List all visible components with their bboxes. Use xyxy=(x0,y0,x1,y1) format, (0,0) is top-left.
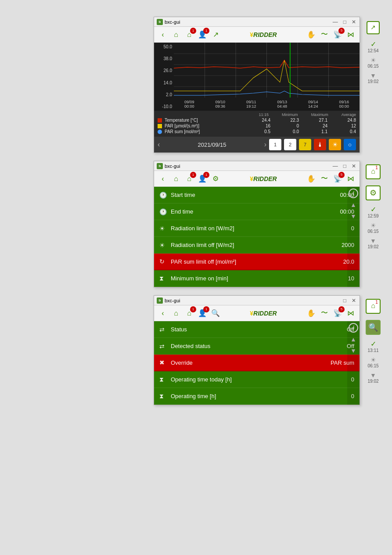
sun-time-1: 06:15 xyxy=(367,64,378,69)
date-prev-btn[interactable]: ‹ xyxy=(158,141,160,149)
parsum-current: 0.5 xyxy=(255,129,270,134)
back-icon-1[interactable]: ‹ xyxy=(158,29,168,40)
gear-icon-2[interactable]: ⚙ xyxy=(210,174,221,184)
row-end-time: 🕐 End time 00:00 xyxy=(154,203,360,220)
min-time-label: Minimum time on [min] xyxy=(169,275,348,282)
twoday-icon[interactable]: 2 xyxy=(284,139,296,150)
par-max: 24 xyxy=(312,123,327,128)
y-label-4: 2.0 xyxy=(156,92,172,97)
titlebar-1: b bxc-gui — □ ✕ xyxy=(154,17,360,27)
sun-icon[interactable]: ☀ xyxy=(329,139,341,150)
week-icon[interactable]: 7 xyxy=(299,139,311,150)
maximize-btn-3[interactable]: □ xyxy=(342,297,347,304)
sidebar-greenhouse-icon-2[interactable]: ⌂ 1 xyxy=(364,163,382,181)
row-par-limit: ↻ PAR sum limit off [mol/m²] 20.0 xyxy=(154,254,360,270)
par-current: 16 xyxy=(255,123,270,128)
clock-icon-end: 🕐 xyxy=(159,208,169,215)
window-controls-2: — □ ✕ xyxy=(332,163,357,169)
scroll-up-3[interactable]: ▲ xyxy=(349,334,358,344)
home-icon-1[interactable]: ⌂ xyxy=(171,29,181,40)
close-btn-1[interactable]: ✕ xyxy=(351,19,357,25)
minimize-btn-1[interactable]: — xyxy=(332,19,339,25)
waveform-icon-2[interactable]: 〜 xyxy=(319,174,330,184)
parsum-max: 1.1 xyxy=(312,129,327,134)
par-values: 16 0 24 12 xyxy=(255,123,356,128)
sidebar-greenhouse-icon-3[interactable]: ⌂ 1 xyxy=(364,297,382,315)
scroll-down-3[interactable]: ▼ xyxy=(349,346,358,355)
op-time-label: Operating time [h] xyxy=(169,393,351,399)
share-icon-2[interactable]: ⋈ xyxy=(345,174,356,184)
close-btn-3[interactable]: ✕ xyxy=(351,297,357,304)
search-sidebar-icon-3[interactable]: 🔍 xyxy=(364,319,382,336)
waveform-icon-3[interactable]: 〜 xyxy=(319,308,330,319)
chart-window: b bxc-gui — □ ✕ ‹ ⌂ ⌂ 1 xyxy=(154,17,360,153)
sun-time-3: 06:15 xyxy=(367,363,378,368)
data-table-1: 11:15 Minimum Maximum Average Temperatur… xyxy=(154,111,360,137)
y-label-3: 14.0 xyxy=(156,80,172,85)
share-icon-3[interactable]: ⋈ xyxy=(345,308,356,319)
row-override: ✖ Override PAR sum xyxy=(154,355,360,371)
row-rad-on: ☀ Radiation limit on [W/m2] 0 xyxy=(154,220,360,237)
export-icon-1[interactable]: ↗ xyxy=(210,29,221,40)
toolbar-3: ‹ ⌂ ⌂ 1 👤 1 🔍 ¥RIDDER ✋ 〜 📡 xyxy=(154,305,360,321)
day-icon[interactable]: 1 xyxy=(269,139,281,150)
waveform-icon-1[interactable]: 〜 xyxy=(319,29,330,40)
status-label: Status xyxy=(169,326,347,333)
par-limit-label: PAR sum limit off [mol/m²] xyxy=(169,258,343,265)
data-table-header-1: 11:15 Minimum Maximum Average xyxy=(158,112,356,117)
scroll-up-2[interactable]: ▲ xyxy=(349,200,358,210)
home-icon-3[interactable]: ⌂ xyxy=(171,308,181,319)
share-icon-1[interactable]: ⋈ xyxy=(345,29,356,40)
badge-s-3: 1 xyxy=(203,306,209,312)
sidebar-export-icon-1[interactable]: ↗ xyxy=(364,19,382,36)
maximize-btn-1[interactable]: □ xyxy=(342,19,347,25)
app-icon-1: b xyxy=(157,19,163,25)
gear-sidebar-icon-2[interactable]: ⚙ xyxy=(364,184,382,202)
sidebar-time-2b: ☀ 06:15 xyxy=(367,222,378,234)
minimize-btn-2[interactable]: — xyxy=(332,163,339,169)
back-icon-3[interactable]: ‹ xyxy=(158,308,168,319)
sidebar-time-2a: ✓ 12:59 xyxy=(367,205,378,218)
info-btn-3[interactable]: i xyxy=(349,323,358,333)
svg-rect-11 xyxy=(158,124,162,128)
sidebar-time-1c: ▼ 19:02 xyxy=(367,72,378,84)
toolbar-1: ‹ ⌂ ⌂ 1 👤 1 ↗ ¥RIDDER ✋ 〜 📡 xyxy=(154,27,360,43)
sidebar-time-3c: ▼ 19:02 xyxy=(367,372,378,384)
date-next-btn[interactable]: › xyxy=(264,141,266,149)
op-time-today-label: Operating time today [h] xyxy=(169,376,351,383)
svg-point-12 xyxy=(158,130,162,134)
circle-arrow-icon: ↻ xyxy=(159,258,169,265)
hourglass-icon-2: ⧗ xyxy=(159,275,169,282)
right-sidebar-3: ⌂ 1 🔍 ✓ 13:11 ☀ 06:15 ▼ 19:02 xyxy=(364,295,382,384)
moon-time-3: 19:02 xyxy=(367,379,378,384)
row-op-time: ⧗ Operating time [h] 0 xyxy=(154,388,360,405)
chart-yaxis-1: 50.0 38.0 26.0 14.0 2.0 -10.0 xyxy=(154,43,174,111)
data-row-temp: Temperature [°C] 24.4 22.3 27.1 24.8 xyxy=(158,118,356,123)
sun-icon-rad-off: ☀ xyxy=(159,242,169,249)
app-icon-2: b xyxy=(157,163,163,169)
temp-icon[interactable]: 🌡 xyxy=(314,139,326,150)
window-title-2: bxc-gui xyxy=(165,163,180,169)
row-min-time: ⧗ Minimum time on [min] 10 xyxy=(154,270,360,287)
hand-icon-2[interactable]: ✋ xyxy=(306,174,316,184)
scroll-down-2[interactable]: ▼ xyxy=(349,211,358,221)
close-btn-2[interactable]: ✕ xyxy=(351,163,357,169)
row-start-time: 🕐 Start time 00:00 xyxy=(154,187,360,203)
export-svg-1: ↗ xyxy=(366,21,380,35)
home-icon-2[interactable]: ⌂ xyxy=(171,174,181,184)
brand-3: ¥RIDDER xyxy=(250,310,277,317)
col-avg: Average xyxy=(342,112,356,117)
sun-icon-rad-on: ☀ xyxy=(159,225,169,232)
sidebar-time-3a: ✓ 13:11 xyxy=(367,340,378,353)
search-icon-3[interactable]: 🔍 xyxy=(210,308,221,319)
hand-icon-3[interactable]: ✋ xyxy=(306,308,316,319)
info-btn-2[interactable]: i xyxy=(349,189,358,198)
hand-icon-1[interactable]: ✋ xyxy=(306,29,316,40)
window-controls-1: — □ ✕ xyxy=(332,19,357,25)
back-icon-2[interactable]: ‹ xyxy=(158,174,168,184)
y-label-2: 26.0 xyxy=(156,68,172,73)
circle-icon[interactable]: ○ xyxy=(344,139,356,150)
search-svg-3: 🔍 xyxy=(365,319,381,335)
maximize-btn-2[interactable]: □ xyxy=(342,163,347,169)
chart-area-1: 50.0 38.0 26.0 14.0 2.0 -10.0 xyxy=(154,43,360,111)
